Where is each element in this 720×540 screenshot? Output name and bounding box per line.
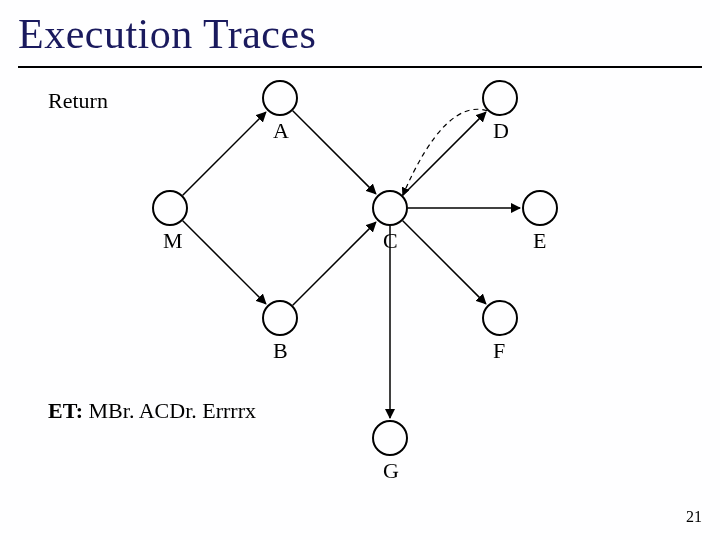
node-d (482, 80, 518, 116)
slide-title: Execution Traces (18, 10, 316, 58)
node-label-b: B (273, 338, 288, 364)
edge-C-F (403, 221, 486, 304)
node-f (482, 300, 518, 336)
node-c (372, 190, 408, 226)
node-a (262, 80, 298, 116)
page-number: 21 (686, 508, 702, 526)
node-label-m: M (163, 228, 183, 254)
node-label-d: D (493, 118, 509, 144)
node-b (262, 300, 298, 336)
title-underline (18, 66, 702, 68)
edge-M-A (183, 112, 266, 195)
node-label-g: G (383, 458, 399, 484)
node-e (522, 190, 558, 226)
node-label-a: A (273, 118, 289, 144)
edge-B-C (293, 222, 376, 305)
et-prefix: ET: (48, 398, 83, 423)
edge-M-B (183, 221, 266, 304)
edge-C-D (403, 112, 486, 195)
node-g (372, 420, 408, 456)
node-label-e: E (533, 228, 546, 254)
node-m (152, 190, 188, 226)
graph-diagram: ADMCEBFG (140, 78, 590, 498)
return-label: Return (48, 88, 108, 114)
graph-edges (140, 78, 590, 498)
node-label-f: F (493, 338, 505, 364)
edge-A-C (293, 111, 376, 194)
node-label-c: C (383, 228, 398, 254)
